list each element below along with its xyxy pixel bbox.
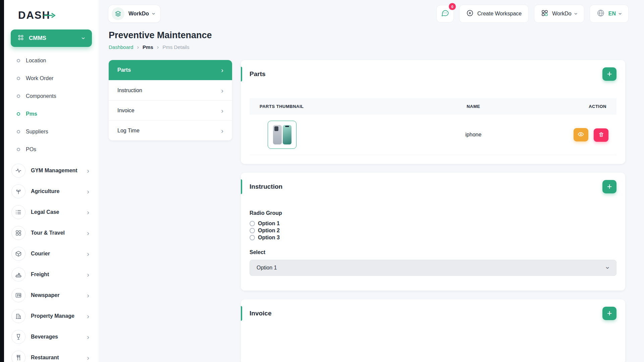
chevron-right-icon: › xyxy=(87,271,89,278)
chevron-right-icon: › xyxy=(87,313,89,319)
plant-icon xyxy=(11,184,25,198)
parts-card-header: Parts + xyxy=(241,60,625,88)
chevron-right-icon: › xyxy=(87,188,89,195)
add-instruction-button[interactable]: + xyxy=(602,180,616,193)
sidebar-item-property-manage[interactable]: Property Manage › xyxy=(11,306,92,326)
radio-icon[interactable] xyxy=(250,228,255,233)
radio-option-3[interactable]: Option 3 xyxy=(250,235,616,241)
tab-label: Invoice xyxy=(117,108,135,114)
select-label: Select xyxy=(250,249,616,255)
workspace-switcher[interactable]: WorkDo › xyxy=(108,5,161,23)
left-rail xyxy=(0,0,4,362)
delete-button[interactable] xyxy=(594,128,608,142)
column-header-name: NAME xyxy=(404,98,543,115)
chevron-down-icon: › xyxy=(573,13,579,15)
column-header-action: ACTION xyxy=(543,98,616,115)
workspace-name: WorkDo xyxy=(128,11,149,17)
sidebar-item-components[interactable]: Components xyxy=(11,87,92,105)
breadcrumb-pms[interactable]: Pms xyxy=(143,44,153,50)
main-area: WorkDo › 0 Create Workspace xyxy=(99,0,644,362)
parts-table-wrap: PARTS THUMBNAIL NAME ACTION xyxy=(241,88,625,164)
messages-button[interactable]: 0 xyxy=(436,5,454,22)
radio-option-label: Option 2 xyxy=(258,228,280,234)
tab-log-time[interactable]: Log Time › xyxy=(109,120,232,140)
chevron-right-icon: › xyxy=(87,292,89,299)
chevron-right-icon: › xyxy=(87,209,89,216)
create-workspace-button[interactable]: Create Workspace xyxy=(459,5,529,23)
radio-icon[interactable] xyxy=(250,235,255,240)
select-value: Option 1 xyxy=(257,265,277,271)
cmms-icon xyxy=(17,34,24,43)
sidebar: DASH CMMS › Location Work Order Componen… xyxy=(4,0,99,362)
content: Parts › Instruction › Invoice › Log Time… xyxy=(99,50,644,362)
chevron-right-icon: › xyxy=(221,107,223,114)
tab-label: Log Time xyxy=(117,128,140,134)
add-invoice-button[interactable]: + xyxy=(602,307,616,320)
table-row: iphone xyxy=(250,115,616,155)
create-workspace-label: Create Workspace xyxy=(477,11,522,17)
list-icon xyxy=(11,205,25,219)
sidebar-item-beverages[interactable]: Beverages › xyxy=(11,326,92,347)
sidebar-item-tour-travel[interactable]: Tour & Travel › xyxy=(11,223,92,243)
cmms-label: CMMS xyxy=(29,35,46,42)
tab-parts[interactable]: Parts › xyxy=(109,60,232,80)
sidebar-item-gym-management[interactable]: GYM Management › xyxy=(11,160,92,181)
option-select[interactable]: Option 1 › xyxy=(250,260,616,276)
sidebar-item-label: Legal Case xyxy=(31,209,59,215)
bullet-ring-icon xyxy=(17,130,20,133)
sidebar-item-agriculture[interactable]: Agriculture › xyxy=(11,181,92,202)
newspaper-icon xyxy=(11,288,25,302)
radio-option-2[interactable]: Option 2 xyxy=(250,228,616,234)
sidebar-item-label: Tour & Travel xyxy=(31,230,65,236)
sidebar-item-label: Pms xyxy=(26,111,37,117)
eye-icon xyxy=(578,131,584,138)
topbar: WorkDo › 0 Create Workspace xyxy=(99,0,644,27)
grid-icon xyxy=(11,226,25,240)
sidebar-item-legal-case[interactable]: Legal Case › xyxy=(11,202,92,223)
trash-icon xyxy=(598,132,604,138)
instruction-card-title: Instruction xyxy=(250,183,282,190)
sidebar-item-location[interactable]: Location xyxy=(11,52,92,69)
bullet-ring-icon xyxy=(17,112,20,116)
radio-group: Option 1 Option 2 Option 3 xyxy=(250,221,616,241)
breadcrumb-dashboard-link[interactable]: Dashboard xyxy=(109,44,133,50)
iphone-image xyxy=(273,125,291,144)
radio-icon[interactable] xyxy=(250,221,255,226)
apps-grid-icon xyxy=(541,9,548,18)
tab-instruction[interactable]: Instruction › xyxy=(109,80,232,100)
sidebar-item-courier[interactable]: Courier › xyxy=(11,243,92,264)
sidebar-item-newspaper[interactable]: Newspaper › xyxy=(11,285,92,306)
sidebar-item-pms[interactable]: Pms xyxy=(11,105,92,123)
chevron-right-icon: › xyxy=(221,87,223,94)
chevron-down-icon: › xyxy=(605,267,612,269)
sidebar-item-restaurant[interactable]: Restaurant › xyxy=(11,347,92,362)
radio-option-label: Option 3 xyxy=(258,235,280,241)
tab-label: Parts xyxy=(117,67,131,73)
sidebar-item-cmms[interactable]: CMMS › xyxy=(11,29,92,47)
section-tabs: Parts › Instruction › Invoice › Log Time… xyxy=(109,60,232,140)
parts-table: PARTS THUMBNAIL NAME ACTION xyxy=(250,98,616,155)
radio-group-label: Radio Group xyxy=(250,210,616,216)
instruction-body: Radio Group Option 1 Option 2 xyxy=(241,201,625,291)
sidebar-item-label: Restaurant xyxy=(31,355,59,361)
page-header: Preventive Maintenance Dashboard › Pms ›… xyxy=(99,27,644,50)
sidebar-item-suppliers[interactable]: Suppliers xyxy=(11,123,92,140)
modules-menu: GYM Management › Agriculture › Legal Cas… xyxy=(4,160,99,362)
workspace-dropdown[interactable]: WorkDo › xyxy=(534,5,584,23)
radio-option-label: Option 1 xyxy=(258,221,280,227)
sidebar-item-pos[interactable]: POs xyxy=(11,140,92,158)
row-actions xyxy=(543,115,616,155)
breadcrumb: Dashboard › Pms › Pms Details xyxy=(109,44,629,50)
invoice-body xyxy=(241,327,625,362)
tab-invoice[interactable]: Invoice › xyxy=(109,100,232,120)
sidebar-item-work-order[interactable]: Work Order xyxy=(11,69,92,87)
sidebar-item-label: Work Order xyxy=(26,75,53,81)
restaurant-icon xyxy=(11,351,25,362)
add-part-button[interactable]: + xyxy=(602,67,616,81)
bullet-ring-icon xyxy=(17,59,20,62)
radio-option-1[interactable]: Option 1 xyxy=(250,221,616,227)
view-button[interactable] xyxy=(574,128,588,141)
part-thumbnail[interactable] xyxy=(268,121,297,149)
sidebar-item-freight[interactable]: Freight › xyxy=(11,264,92,285)
language-selector[interactable]: EN › xyxy=(590,5,629,23)
